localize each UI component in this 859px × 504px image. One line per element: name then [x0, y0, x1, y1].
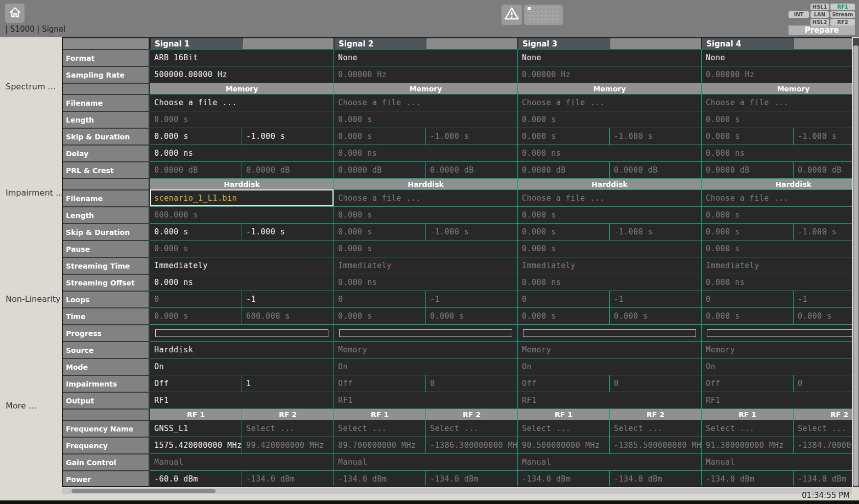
- value-cell[interactable]: 0.000 s: [518, 307, 609, 324]
- vertical-scrollbar[interactable]: [853, 38, 859, 487]
- value-cell[interactable]: ARB 16Bit: [150, 49, 333, 66]
- value-cell[interactable]: None: [702, 49, 852, 66]
- value-cell[interactable]: -1: [793, 291, 852, 307]
- value-cell[interactable]: Choose a file ...: [702, 189, 852, 206]
- value-cell[interactable]: -1.000 s: [242, 128, 333, 145]
- warning-button[interactable]: [502, 5, 522, 25]
- value-cell[interactable]: Choose a file ...: [702, 94, 852, 111]
- value-cell[interactable]: On: [702, 358, 852, 375]
- value-cell[interactable]: 0.0000 dB: [609, 161, 701, 178]
- value-cell[interactable]: 0.000 ns: [518, 274, 701, 291]
- value-cell[interactable]: 90.500000000 MHz: [518, 437, 609, 453]
- value-cell[interactable]: 0.000 ns: [334, 145, 517, 161]
- sidebar-item-more[interactable]: More ...: [6, 401, 36, 411]
- value-cell[interactable]: -134.0 dBm: [518, 470, 609, 487]
- value-cell[interactable]: 0: [425, 375, 517, 392]
- value-cell[interactable]: 0.00000 Hz: [334, 66, 517, 83]
- value-cell[interactable]: 0.000 s: [702, 111, 852, 128]
- value-cell[interactable]: Select ...: [242, 420, 333, 437]
- value-cell[interactable]: 0: [518, 291, 609, 307]
- value-cell[interactable]: Manual: [150, 453, 333, 470]
- value-cell[interactable]: Off: [334, 375, 425, 392]
- value-cell[interactable]: -1.000 s: [793, 223, 852, 240]
- value-cell[interactable]: 0.000 s: [702, 128, 793, 145]
- value-cell[interactable]: Manual: [334, 453, 517, 470]
- value-cell[interactable]: 0.000 ns: [702, 145, 852, 161]
- value-cell[interactable]: On: [334, 358, 517, 375]
- value-cell[interactable]: RF1: [334, 392, 517, 409]
- value-cell[interactable]: 0.0000 dB: [425, 161, 517, 178]
- value-cell[interactable]: On: [150, 358, 333, 375]
- value-cell[interactable]: Immediately: [150, 257, 333, 274]
- value-cell[interactable]: 0.000 s: [518, 128, 609, 145]
- value-cell[interactable]: Select ...: [425, 420, 517, 437]
- value-cell[interactable]: 0.000 s: [334, 307, 425, 324]
- value-cell[interactable]: 0.000 ns: [150, 145, 333, 161]
- value-cell[interactable]: 0.00000 Hz: [518, 66, 701, 83]
- value-cell[interactable]: -134.0 dBm: [609, 470, 701, 487]
- value-cell[interactable]: Immediately: [518, 257, 701, 274]
- value-cell[interactable]: Harddisk: [150, 341, 333, 358]
- value-cell[interactable]: 89.700000000 MHz: [334, 437, 425, 453]
- value-cell[interactable]: 600.000 s: [150, 206, 333, 223]
- value-cell[interactable]: 0.0000 dB: [518, 161, 609, 178]
- value-cell[interactable]: Choose a file ...: [518, 94, 701, 111]
- value-cell[interactable]: Select ...: [702, 420, 793, 437]
- value-cell[interactable]: -1.000 s: [609, 223, 701, 240]
- value-cell[interactable]: 0.000 s: [425, 307, 517, 324]
- value-cell[interactable]: -134.0 dBm: [334, 470, 425, 487]
- value-cell[interactable]: 0: [150, 291, 242, 307]
- sidebar-item-impairment[interactable]: Impairment ...: [6, 188, 63, 198]
- value-cell[interactable]: Immediately: [702, 257, 852, 274]
- value-cell[interactable]: -1386.300000000 MHz: [425, 437, 517, 453]
- value-cell[interactable]: 0.000 ns: [150, 274, 333, 291]
- value-cell[interactable]: -1.000 s: [793, 128, 852, 145]
- value-cell[interactable]: 0.000 ns: [334, 274, 517, 291]
- value-cell[interactable]: Choose a file ...: [518, 189, 701, 206]
- prepare-button[interactable]: Prepare: [789, 26, 855, 35]
- value-cell[interactable]: -1: [242, 291, 333, 307]
- value-cell[interactable]: 0: [334, 291, 425, 307]
- value-cell[interactable]: scenario_1_L1.bin: [150, 189, 333, 206]
- value-cell[interactable]: Choose a file ...: [334, 94, 517, 111]
- value-cell[interactable]: Off: [702, 375, 793, 392]
- value-cell[interactable]: 0.000 s: [702, 206, 852, 223]
- value-cell[interactable]: Select ...: [518, 420, 609, 437]
- value-cell[interactable]: None: [334, 49, 517, 66]
- value-cell[interactable]: 0.000 s: [334, 111, 517, 128]
- value-cell[interactable]: Choose a file ...: [150, 94, 333, 111]
- value-cell[interactable]: 500000.00000 Hz: [150, 66, 333, 83]
- value-cell[interactable]: None: [518, 49, 701, 66]
- value-cell[interactable]: GNSS_L1: [150, 420, 242, 437]
- value-cell[interactable]: Off: [150, 375, 242, 392]
- value-cell[interactable]: 0: [702, 291, 793, 307]
- value-cell[interactable]: RF1: [702, 392, 852, 409]
- value-cell[interactable]: 0.000 s: [334, 128, 425, 145]
- value-cell[interactable]: 0.000 s: [702, 240, 852, 257]
- value-cell[interactable]: Memory: [702, 341, 852, 358]
- value-cell[interactable]: Memory: [518, 341, 701, 358]
- value-cell[interactable]: 0.0000 dB: [150, 161, 242, 178]
- value-cell[interactable]: 0.000 s: [518, 111, 701, 128]
- value-cell[interactable]: RF1: [518, 392, 701, 409]
- value-cell[interactable]: -1: [609, 291, 701, 307]
- value-cell[interactable]: 0.000 s: [334, 206, 517, 223]
- value-cell[interactable]: -1384.700000000 MHz: [793, 437, 852, 453]
- value-cell[interactable]: 0.000 ns: [518, 145, 701, 161]
- horizontal-scrollbar-thumb[interactable]: [71, 489, 216, 493]
- value-cell[interactable]: 0.0000 dB: [793, 161, 852, 178]
- value-cell[interactable]: 91.300000000 MHz: [702, 437, 793, 453]
- value-cell[interactable]: 0.000 s: [518, 223, 609, 240]
- value-cell[interactable]: 0.0000 dB: [242, 161, 333, 178]
- value-cell[interactable]: 1575.420000000 MHz: [150, 437, 242, 453]
- value-cell[interactable]: Immediately: [334, 257, 517, 274]
- value-cell[interactable]: -1.000 s: [425, 223, 517, 240]
- value-cell[interactable]: -134.0 dBm: [242, 470, 333, 487]
- horizontal-scrollbar[interactable]: [62, 488, 852, 494]
- value-cell[interactable]: 0.000 s: [150, 240, 333, 257]
- value-cell[interactable]: 0.000 s: [150, 111, 333, 128]
- vertical-scrollbar-thumb[interactable]: [853, 45, 858, 486]
- value-cell[interactable]: 0.000 s: [334, 240, 517, 257]
- value-cell[interactable]: -134.0 dBm: [702, 470, 793, 487]
- value-cell[interactable]: Manual: [702, 453, 852, 470]
